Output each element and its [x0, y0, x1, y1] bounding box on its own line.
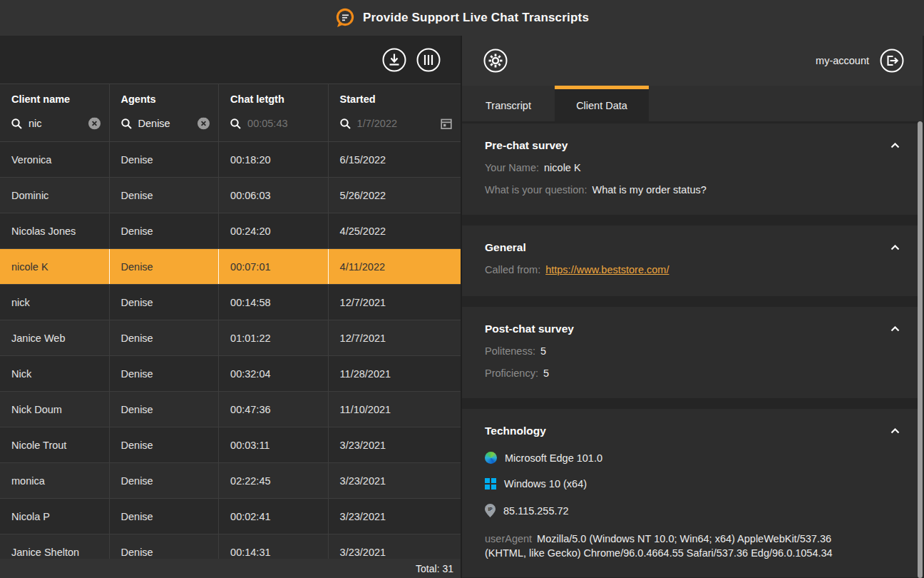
- cell-agent: Denise: [110, 285, 220, 320]
- section-technology: Technology Microsoft Edge 101.0 Windows …: [462, 409, 923, 577]
- cell-started: 11/10/2021: [329, 392, 461, 427]
- cell-agent: Denise: [110, 249, 220, 284]
- cell-client-name: monica: [0, 463, 110, 498]
- search-icon: [340, 118, 351, 129]
- agents-filter-input[interactable]: [138, 118, 197, 129]
- client-data-content: Pre-chat survey Your Name:nicole K What …: [462, 121, 923, 578]
- cell-chat-length: 00:07:01: [219, 249, 329, 284]
- windows-icon: [485, 478, 496, 490]
- table-row[interactable]: nick Denise 00:14:58 12/7/2021: [0, 285, 461, 320]
- table-row[interactable]: Nick Doum Denise 00:47:36 11/10/2021: [0, 392, 461, 427]
- tab-transcript[interactable]: Transcript: [462, 86, 555, 121]
- cell-client-name: Veronica: [0, 142, 110, 177]
- column-started: Started: [329, 84, 461, 141]
- cell-started: 11/28/2021: [329, 356, 461, 391]
- table-toolbar: [0, 36, 461, 83]
- details-tabbar: Transcript Client Data: [462, 86, 923, 121]
- agents-filter: [121, 114, 215, 133]
- table-row[interactable]: Nicola P Denise 00:02:41 3/23/2021: [0, 499, 461, 534]
- cell-agent: Denise: [110, 320, 220, 355]
- chevron-up-icon[interactable]: [889, 325, 901, 333]
- cell-started: 6/15/2022: [329, 142, 461, 177]
- section-title: General: [485, 241, 526, 254]
- cell-agent: Denise: [110, 392, 220, 427]
- account-name: my-account: [816, 55, 869, 66]
- started-filter-input[interactable]: [357, 118, 439, 129]
- section-post-chat-survey: Post-chat survey Politeness:5 Proficienc…: [462, 307, 923, 398]
- cell-client-name: Nicola P: [0, 499, 110, 534]
- section-title: Pre-chat survey: [485, 139, 568, 152]
- table-row[interactable]: Dominic Denise 00:06:03 5/26/2022: [0, 178, 461, 213]
- section-title: Technology: [485, 425, 546, 437]
- table-row[interactable]: Nicolas Jones Denise 00:24:20 4/25/2022: [0, 213, 461, 249]
- app-header: Provide Support Live Chat Transcripts: [0, 0, 924, 36]
- cell-agent: Denise: [110, 356, 220, 391]
- cell-chat-length: 00:14:58: [219, 285, 329, 320]
- chat-bubble-logo-icon: [335, 8, 355, 28]
- table-row[interactable]: monica Denise 02:22:45 3/23/2021: [0, 463, 461, 499]
- cell-chat-length: 00:47:36: [219, 392, 329, 427]
- search-icon: [230, 118, 241, 129]
- table-header-row: Client name Agents: [0, 83, 461, 142]
- field-called-from: Called from:https://www.beststore.com/: [485, 264, 901, 276]
- download-button[interactable]: [382, 48, 406, 72]
- ip-pin-icon: IP: [485, 504, 496, 517]
- cell-agent: Denise: [110, 463, 220, 498]
- section-pre-chat-survey: Pre-chat survey Your Name:nicole K What …: [462, 123, 923, 215]
- table-row[interactable]: Veronica Denise 00:18:20 6/15/2022: [0, 142, 461, 178]
- table-row[interactable]: Janice Web Denise 01:01:22 12/7/2021: [0, 320, 461, 356]
- field-question: What is your question:What is my order s…: [485, 184, 901, 196]
- cell-chat-length: 00:32:04: [219, 356, 329, 391]
- started-filter: [340, 114, 456, 133]
- column-agents: Agents: [110, 84, 220, 141]
- scrollbar-thumb[interactable]: [918, 121, 923, 578]
- client-name-filter-input[interactable]: [29, 118, 88, 129]
- cell-agent: Denise: [110, 213, 220, 248]
- table-row[interactable]: Nicole Trout Denise 00:03:11 3/23/2021: [0, 427, 461, 463]
- chevron-up-icon[interactable]: [889, 243, 901, 252]
- settings-button[interactable]: [483, 49, 508, 73]
- chat-length-filter-input[interactable]: [247, 118, 307, 129]
- search-icon: [11, 118, 22, 129]
- clear-filter-icon[interactable]: [197, 118, 210, 130]
- transcripts-table-panel: Client name Agents: [0, 36, 462, 578]
- cell-client-name: nick: [0, 285, 110, 320]
- field-your-name: Your Name:nicole K: [485, 162, 901, 174]
- columns-button[interactable]: [416, 48, 441, 72]
- cell-client-name: Janice Web: [0, 320, 110, 355]
- chevron-up-icon[interactable]: [889, 427, 901, 435]
- logout-button[interactable]: [880, 49, 904, 73]
- cell-chat-length: 00:18:20: [219, 142, 329, 177]
- clear-filter-icon[interactable]: [88, 118, 101, 130]
- chevron-up-icon[interactable]: [889, 141, 901, 150]
- cell-chat-length: 00:03:11: [219, 427, 329, 462]
- details-toolbar: my-account: [462, 36, 923, 86]
- cell-started: 4/25/2022: [329, 213, 461, 248]
- browser-row: Microsoft Edge 101.0: [485, 452, 901, 464]
- cell-agent: Denise: [110, 427, 220, 462]
- cell-client-name: Nick Doum: [0, 392, 110, 427]
- search-icon: [121, 118, 132, 129]
- table-row[interactable]: Nick Denise 00:32:04 11/28/2021: [0, 356, 461, 392]
- calendar-icon[interactable]: [441, 118, 452, 130]
- cell-started: 3/23/2021: [329, 463, 461, 498]
- called-from-link[interactable]: https://www.beststore.com/: [545, 264, 669, 275]
- page-title: Provide Support Live Chat Transcripts: [363, 11, 589, 25]
- cell-started: 3/23/2021: [329, 499, 461, 534]
- cell-agent: Denise: [110, 178, 220, 213]
- total-count: Total: 31: [416, 563, 453, 574]
- cell-started: 3/23/2021: [329, 427, 461, 462]
- cell-client-name: Nick: [0, 356, 110, 391]
- ip-row: IP 85.115.255.72: [485, 504, 901, 517]
- table-row[interactable]: nicole K Denise 00:07:01 4/11/2022: [0, 249, 461, 285]
- cell-agent: Denise: [110, 499, 220, 534]
- section-general: General Called from:https://www.beststor…: [462, 225, 923, 296]
- section-title: Post-chat survey: [485, 323, 574, 335]
- client-name-filter: [11, 114, 105, 133]
- cell-chat-length: 00:02:41: [219, 499, 329, 534]
- cell-started: 12/7/2021: [329, 320, 461, 355]
- client-details-panel: my-account Transcript Client Data Pre-ch…: [462, 36, 923, 578]
- tab-client-data[interactable]: Client Data: [555, 86, 649, 121]
- column-chat-length: Chat letgth: [219, 84, 329, 141]
- cell-started: 12/7/2021: [329, 285, 461, 320]
